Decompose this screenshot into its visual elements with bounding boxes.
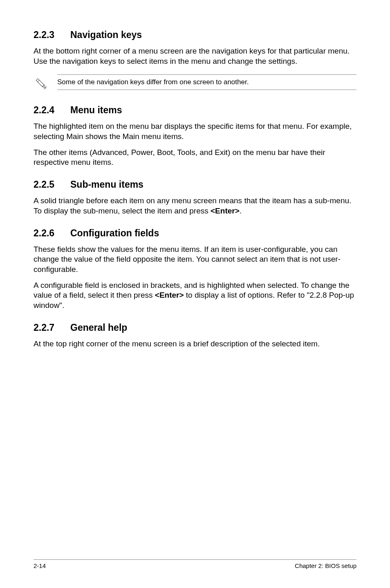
text-bold: <Enter> bbox=[211, 206, 240, 215]
section-title: Sub-menu items bbox=[70, 179, 143, 190]
section-number: 2.2.3 bbox=[34, 29, 70, 40]
svg-rect-0 bbox=[36, 79, 44, 87]
paragraph: The highlighted item on the menu bar dis… bbox=[34, 121, 356, 141]
paragraph: A configurable field is enclosed in brac… bbox=[34, 281, 356, 311]
section-title: Menu items bbox=[70, 105, 122, 116]
page-footer: 2-14 Chapter 2: BIOS setup bbox=[34, 559, 356, 569]
section-2-2-4: 2.2.4 Menu items The highlighted item on… bbox=[34, 105, 356, 168]
svg-line-2 bbox=[38, 80, 39, 82]
section-heading: 2.2.3 Navigation keys bbox=[34, 29, 356, 40]
text-prefix: A solid triangle before each item on any… bbox=[34, 196, 351, 215]
text-suffix: . bbox=[240, 206, 242, 215]
section-number: 2.2.7 bbox=[34, 322, 70, 333]
section-2-2-6: 2.2.6 Configuration fields These fields … bbox=[34, 228, 356, 311]
chapter-label: Chapter 2: BIOS setup bbox=[295, 562, 356, 569]
section-heading: 2.2.4 Menu items bbox=[34, 105, 356, 116]
paragraph: These fields show the values for the men… bbox=[34, 245, 356, 275]
section-2-2-5: 2.2.5 Sub-menu items A solid triangle be… bbox=[34, 179, 356, 216]
section-2-2-3: 2.2.3 Navigation keys At the bottom righ… bbox=[34, 29, 356, 93]
section-heading: 2.2.6 Configuration fields bbox=[34, 228, 356, 239]
pencil-icon bbox=[34, 74, 57, 93]
svg-marker-1 bbox=[43, 85, 47, 89]
paragraph: At the top right corner of the menu scre… bbox=[34, 339, 356, 349]
paragraph: A solid triangle before each item on any… bbox=[34, 196, 356, 216]
section-number: 2.2.4 bbox=[34, 105, 70, 116]
note-text: Some of the navigation keys differ from … bbox=[57, 74, 356, 90]
paragraph: The other items (Advanced, Power, Boot, … bbox=[34, 148, 356, 168]
page-number: 2-14 bbox=[34, 562, 46, 569]
paragraph: At the bottom right corner of a menu scr… bbox=[34, 46, 356, 66]
section-title: Navigation keys bbox=[70, 29, 142, 40]
section-heading: 2.2.7 General help bbox=[34, 322, 356, 333]
section-number: 2.2.5 bbox=[34, 179, 70, 190]
text-bold: <Enter> bbox=[155, 291, 184, 299]
section-title: General help bbox=[70, 322, 127, 333]
section-number: 2.2.6 bbox=[34, 228, 70, 239]
section-title: Configuration fields bbox=[70, 228, 159, 239]
section-2-2-7: 2.2.7 General help At the top right corn… bbox=[34, 322, 356, 349]
section-heading: 2.2.5 Sub-menu items bbox=[34, 179, 356, 190]
note-box: Some of the navigation keys differ from … bbox=[34, 74, 356, 93]
